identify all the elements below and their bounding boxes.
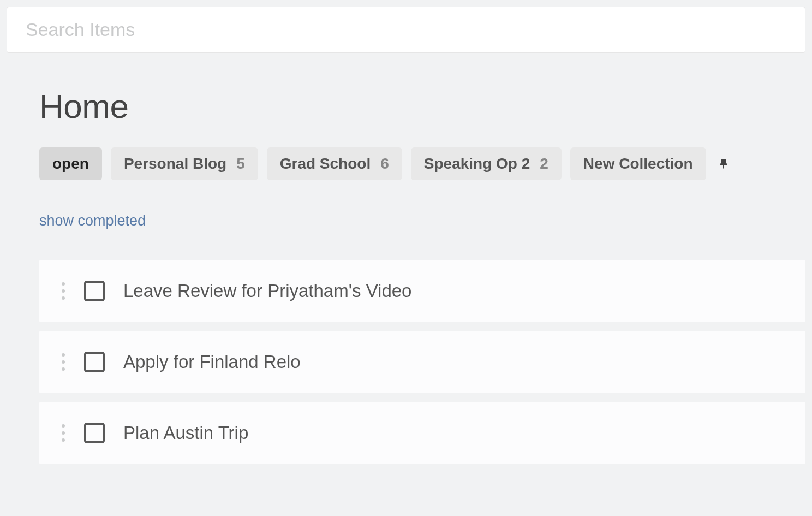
task-row: Leave Review for Priyatham's Video (39, 260, 805, 322)
show-completed-link[interactable]: show completed (39, 212, 146, 229)
filter-label: Personal Blog (124, 155, 226, 173)
task-row: Plan Austin Trip (39, 402, 805, 464)
filter-count: 2 (540, 155, 548, 173)
filter-label: Grad School (280, 155, 371, 173)
filter-row: open Personal Blog 5 Grad School 6 Speak… (39, 147, 805, 199)
app-root: Home open Personal Blog 5 Grad School 6 … (0, 0, 812, 516)
task-title[interactable]: Plan Austin Trip (123, 423, 248, 443)
main-content: Home open Personal Blog 5 Grad School 6 … (7, 53, 805, 464)
task-title[interactable]: Apply for Finland Relo (123, 352, 301, 372)
filter-label: open (52, 155, 89, 173)
search-container (7, 7, 805, 53)
drag-handle-icon[interactable] (61, 424, 65, 442)
drag-handle-icon[interactable] (61, 353, 65, 371)
pin-icon[interactable] (717, 157, 730, 170)
drag-handle-icon[interactable] (61, 282, 65, 300)
task-checkbox[interactable] (84, 352, 105, 372)
task-title[interactable]: Leave Review for Priyatham's Video (123, 281, 411, 301)
filter-count: 6 (380, 155, 389, 173)
page-title: Home (39, 87, 805, 126)
filter-label: New Collection (583, 155, 693, 173)
filter-chip-personal-blog[interactable]: Personal Blog 5 (111, 147, 258, 180)
task-checkbox[interactable] (84, 281, 105, 301)
task-checkbox[interactable] (84, 423, 105, 443)
filter-chip-grad-school[interactable]: Grad School 6 (267, 147, 402, 180)
filter-label: Speaking Op 2 (424, 155, 530, 173)
filter-chip-new-collection[interactable]: New Collection (570, 147, 706, 180)
task-list: Leave Review for Priyatham's Video Apply… (39, 260, 805, 464)
search-input[interactable] (26, 19, 786, 40)
filter-chip-speaking-op-2[interactable]: Speaking Op 2 2 (411, 147, 562, 180)
filter-chip-open[interactable]: open (39, 147, 102, 180)
filter-count: 5 (236, 155, 245, 173)
task-row: Apply for Finland Relo (39, 331, 805, 393)
